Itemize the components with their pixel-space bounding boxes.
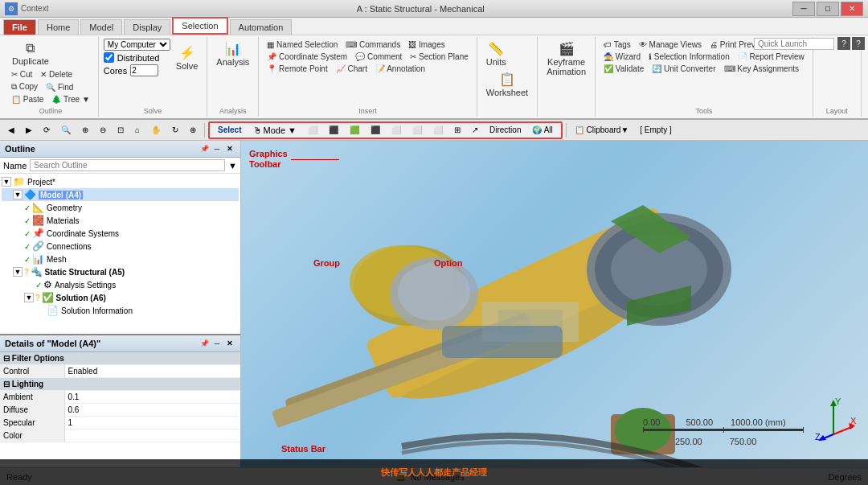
section-plane-button[interactable]: ✂ Section Plane [407, 51, 472, 63]
ribbon-group-insert: ▦ Named Selection ⌨ Commands 🖼 Images 📌 … [259, 37, 477, 117]
zoom-out-button[interactable]: ⊖ [95, 123, 111, 137]
distributed-checkbox[interactable] [104, 52, 114, 63]
tab-display[interactable]: Display [124, 19, 170, 35]
tree-item-analysis-settings[interactable]: ✓ ⚙ Analysis Settings [2, 278, 239, 291]
quick-search-input[interactable] [754, 38, 834, 50]
tab-home[interactable]: Home [38, 19, 79, 35]
key-assignments-button[interactable]: ⌨ Key Assignments [721, 63, 802, 75]
close-button[interactable]: ✕ [841, 2, 863, 16]
worksheet-button[interactable]: 📋 Worksheet [482, 69, 532, 100]
keyframe-animation-button[interactable]: 🎬 Keyframe Animation [542, 39, 590, 79]
clipboard-button[interactable]: 📋 Clipboard▼ [570, 123, 633, 137]
model-icon: 🔷 [24, 189, 36, 200]
tree-item-mesh[interactable]: ✓ 📊 Mesh [2, 253, 239, 265]
direction-button[interactable]: Direction [485, 123, 526, 137]
tree-item-materials[interactable]: ✓ 🧱 Materials [2, 214, 239, 227]
wizard-button[interactable]: 🧙 Wizard [600, 51, 644, 63]
tags-button[interactable]: 🏷 Tags [600, 39, 634, 51]
refresh-button[interactable]: ⟳ [39, 123, 55, 137]
panel-close-button[interactable]: ✕ [224, 143, 235, 154]
help-icon[interactable]: ? [852, 37, 865, 50]
back-button[interactable]: ◀ [3, 123, 19, 137]
sel-btn-8[interactable]: ⊞ [449, 123, 465, 137]
zoom-in-button[interactable]: ⊕ [77, 123, 93, 137]
cut-button[interactable]: ✂ Cut [8, 68, 35, 80]
analysis-button[interactable]: 📊 Analysis [212, 39, 253, 69]
tab-file[interactable]: File [3, 19, 36, 35]
more-view-button[interactable]: ⊕ [185, 123, 201, 137]
units-button[interactable]: 📏 Units [482, 39, 510, 69]
tree-item-connections[interactable]: ✓ 🔗 Connections [2, 240, 239, 253]
project-expand[interactable]: ▼ [2, 177, 11, 187]
model-expand[interactable]: ▼ [13, 190, 23, 199]
sel-btn-3[interactable]: 🟩 [345, 123, 364, 137]
report-preview-button[interactable]: 📄 Report Preview [735, 51, 808, 63]
validate-button[interactable]: ✅ Validate [600, 63, 647, 75]
tab-automation[interactable]: Automation [230, 19, 293, 35]
tab-model[interactable]: Model [80, 19, 122, 35]
find-button[interactable]: 🔍 Find [43, 81, 76, 93]
tree-item-solution-info[interactable]: 📄 Solution Information [2, 304, 239, 317]
details-minimize-button[interactable]: ─ [211, 338, 223, 349]
duplicate-button[interactable]: ⧉ Duplicate [8, 39, 53, 68]
rotate-button[interactable]: ↻ [167, 123, 183, 137]
forward-button[interactable]: ▶ [21, 123, 37, 137]
ribbon-tabs: File Home Model Display Selection Automa… [0, 18, 868, 35]
sel-btn-4[interactable]: ⬛ [366, 123, 385, 137]
static-expand[interactable]: ▼ [13, 267, 23, 277]
chart-button[interactable]: 📈 Chart [333, 63, 371, 75]
comment-button[interactable]: 💬 Comment [352, 51, 405, 63]
outline-search-input[interactable] [30, 159, 225, 171]
tree-item-solution[interactable]: ▼ ? ✅ Solution (A6) [2, 291, 239, 304]
tree-button[interactable]: 🌲 Tree ▼ [48, 93, 92, 105]
tools-group-label: Tools [600, 105, 808, 115]
coord-system-button[interactable]: 📌 Coordinate System [264, 51, 350, 63]
named-selection-button[interactable]: ▦ Named Selection [264, 39, 341, 51]
sel-btn-6[interactable]: ⬜ [407, 123, 427, 137]
paste-button[interactable]: 📋 Paste [8, 93, 47, 105]
manage-views-button[interactable]: 👁 Manage Views [636, 39, 705, 51]
details-close-button[interactable]: ✕ [224, 338, 235, 349]
3d-viewport[interactable]: Graphics Toolbar Group Option Outline De… [241, 141, 868, 479]
tree-item-static-structural[interactable]: ▼ ? 🔩 Static Structural (A5) [2, 265, 239, 278]
tree-item-coord-systems[interactable]: ✓ 📌 Coordinate Systems [2, 227, 239, 240]
tree-item-model[interactable]: ▼ 🔷 Model (A4) [2, 188, 239, 201]
filter-button[interactable]: ▼ [228, 161, 237, 171]
tab-selection[interactable]: Selection [172, 17, 227, 35]
empty-button[interactable]: [ Empty ] [635, 123, 676, 137]
lighting-label: ⊟ Lighting [0, 378, 240, 391]
pan-button[interactable]: ✋ [146, 123, 166, 137]
delete-button[interactable]: ✕ Delete [37, 68, 76, 80]
home-view-button[interactable]: ⌂ [130, 123, 145, 137]
tree-item-project[interactable]: ▼ 📁 Project* [2, 175, 239, 188]
panel-minimize-button[interactable]: ─ [211, 143, 223, 154]
sel-btn-2[interactable]: ⬛ [324, 123, 343, 137]
sel-btn-1[interactable]: ⬜ [303, 123, 322, 137]
selection-info-button[interactable]: ℹ Selection Information [645, 51, 733, 63]
details-pin-button[interactable]: 📌 [199, 338, 210, 349]
unit-converter-button[interactable]: 🔄 Unit Converter [649, 63, 719, 75]
cores-input[interactable] [130, 64, 158, 76]
pin-button[interactable]: 📌 [199, 143, 210, 154]
solve-button[interactable]: ⚡ Solve [172, 43, 203, 73]
solution-expand[interactable]: ▼ [24, 293, 34, 302]
remote-point-button[interactable]: 📍 Remote Point [264, 63, 330, 75]
fit-button[interactable]: ⊡ [113, 123, 129, 137]
mode-button[interactable]: 🖱 Mode ▼ [248, 123, 301, 138]
copy-button[interactable]: ⧉ Copy [8, 80, 41, 93]
images-button[interactable]: 🖼 Images [405, 39, 448, 51]
tree-item-geometry[interactable]: ✓ 📐 Geometry [2, 201, 239, 214]
solve-group-label: Solve [104, 105, 203, 115]
all-button[interactable]: 🌍 All [527, 123, 557, 137]
search-zoom-button[interactable]: 🔍 [56, 123, 76, 137]
maximize-button[interactable]: □ [817, 2, 839, 16]
annotation-button[interactable]: 📝 Annotation [372, 63, 428, 75]
sel-btn-5[interactable]: ⬜ [387, 123, 406, 137]
select-button[interactable]: Select [213, 123, 246, 137]
minimize-button[interactable]: ─ [792, 2, 815, 16]
sel-btn-7[interactable]: ⬜ [428, 123, 448, 137]
search-icon[interactable]: ? [837, 37, 850, 50]
commands-button[interactable]: ⌨ Commands [342, 39, 403, 51]
extend-button[interactable]: ↗ [467, 123, 483, 137]
computer-select[interactable]: My Computer [104, 39, 170, 51]
